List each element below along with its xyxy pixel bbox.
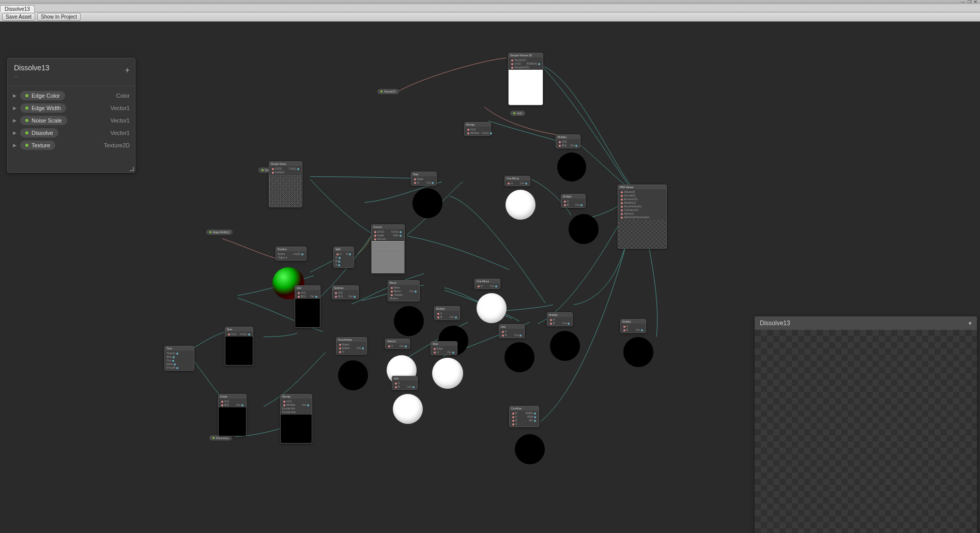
preview-header[interactable]: Dissolve13 ▾ <box>755 316 977 330</box>
preview-viewport[interactable] <box>755 330 977 533</box>
node-preview-sphere <box>557 153 586 181</box>
prop-row-dissolve[interactable]: ▶ Dissolve Vector1 <box>13 127 130 139</box>
node-preview-sphere <box>477 293 507 323</box>
resize-handle-icon[interactable] <box>130 167 134 171</box>
blackboard-properties: ▶ Edge Color Color ▶ Edge Width Vector1 … <box>8 86 135 172</box>
node-step[interactable]: Step Edge InOut <box>411 172 437 186</box>
node-voronoi[interactable]: Voronoi UV(2)Out(1) AngleCells Density <box>371 224 405 274</box>
node-title: Simple Noise <box>269 162 302 166</box>
node-title: Add <box>295 286 320 290</box>
prop-row-edge-width[interactable]: ▶ Edge Width Vector1 <box>13 102 130 114</box>
node-title: Multiply <box>435 307 460 311</box>
node-remap-2[interactable]: Remap In(1) MinMaxOut Double Min Double … <box>280 394 312 444</box>
node-preview <box>225 337 253 365</box>
node-one-minus[interactable]: One Minus InOut <box>504 176 530 186</box>
node-position[interactable]: Position SpaceOut(3) Object ▾ <box>275 247 307 261</box>
preview-title: Dissolve13 <box>760 319 790 327</box>
node-sine[interactable]: Sine In(1)Out(1) <box>225 327 253 366</box>
node-blend[interactable]: Blend Base BlendOut Opacity Mode ▾ <box>388 280 420 301</box>
node-title: Multiply <box>556 135 580 139</box>
prop-type: Color <box>116 93 130 99</box>
chevron-right-icon[interactable]: ▶ <box>13 93 17 98</box>
node-remap[interactable]: Remap In(1) MinMaxOut(1) <box>464 122 491 136</box>
node-multiply-d[interactable]: Multiply A BOut <box>547 312 573 326</box>
node-time[interactable]: Time Time(1) Sine Cos Delta Smooth <box>164 346 194 371</box>
property-chip-remap-input[interactable]: In(1) <box>510 111 525 116</box>
tab-shadergraph[interactable]: Dissolve13 <box>0 5 35 12</box>
prop-name: Noise Scale <box>32 117 62 124</box>
chevron-down-icon[interactable]: ▾ <box>969 320 972 327</box>
blackboard-title: Dissolve13 <box>14 64 129 72</box>
chevron-right-icon[interactable]: ▶ <box>13 130 17 135</box>
chip-label: Texture(T) <box>384 90 396 93</box>
property-chip-edge-width[interactable]: Edge Width(1) <box>206 230 233 235</box>
prop-row-edge-color[interactable]: ▶ Edge Color Color <box>13 89 130 102</box>
prop-row-texture[interactable]: ▶ Texture Texture2D <box>13 139 130 151</box>
node-title: Voronoi <box>372 225 404 229</box>
node-oneminus-2[interactable]: One Minus InOut <box>474 279 500 289</box>
graph-canvas[interactable]: Dissolve13 — + ▶ Edge Color Color ▶ Edge… <box>0 22 980 533</box>
node-multiply-b[interactable]: Multiply A BOut <box>561 194 586 208</box>
node-subtract[interactable]: Subtract A(1) B(1)Out <box>332 285 359 299</box>
prop-pill[interactable]: Edge Width <box>20 103 66 113</box>
show-in-project-button[interactable]: Show In Project <box>37 13 81 21</box>
node-preview-sphere <box>412 188 442 218</box>
node-preview-sphere <box>506 190 535 220</box>
node-title: Step <box>411 172 436 176</box>
prop-pill[interactable]: Edge Color <box>20 91 65 100</box>
editor-tab-strip: Dissolve13 <box>0 4 980 12</box>
prop-name: Edge Width <box>32 105 61 111</box>
node-title: Subtract <box>332 286 358 290</box>
minimize-icon[interactable]: — <box>960 0 966 4</box>
node-sample-texture-2d[interactable]: Sample Texture 2D Texture(T) UV(2)RGBA(4… <box>508 53 543 105</box>
node-title: Smoothstep <box>336 338 366 342</box>
node-preview <box>269 175 302 207</box>
node-preview-sphere <box>394 306 424 336</box>
prop-pill[interactable]: Noise Scale <box>20 116 67 125</box>
chevron-right-icon[interactable]: ▶ <box>13 118 17 123</box>
prop-type: Vector1 <box>111 117 130 124</box>
close-icon[interactable]: ✕ <box>973 0 978 4</box>
node-combine[interactable]: Combine RRGBA GRGB BRG A <box>509 406 539 427</box>
window-controls: — ❐ ✕ <box>960 0 978 4</box>
node-split[interactable]: Split InR G B A <box>333 247 354 268</box>
window-titlebar: — ❐ ✕ <box>0 0 980 4</box>
blackboard-panel[interactable]: Dissolve13 — + ▶ Edge Color Color ▶ Edge… <box>7 58 135 173</box>
restore-icon[interactable]: ❐ <box>967 0 972 4</box>
prop-pill[interactable]: Dissolve <box>20 128 58 138</box>
node-smoothstep[interactable]: Smoothstep Edge1 Edge2Out In <box>336 337 367 355</box>
node-pbr-master[interactable]: PBR Master Albedo(3) Normal(3) Emission(… <box>618 185 667 249</box>
node-preview-sphere <box>550 331 580 361</box>
save-asset-button[interactable]: Save Asset <box>2 13 35 21</box>
node-add[interactable]: Add A(1) B(1)Out <box>295 285 320 328</box>
blackboard-add-button[interactable]: + <box>125 66 130 75</box>
node-preview-sphere <box>623 337 653 367</box>
node-multiply-a[interactable]: Multiply A(4) B(4)Out <box>556 134 580 148</box>
node-add-b[interactable]: Add A BOut <box>499 324 525 338</box>
node-multiply-e[interactable]: Multiply A BOut <box>620 319 646 333</box>
node-title: PBR Master <box>618 185 666 189</box>
chip-label: Dissolve(1) <box>216 436 229 439</box>
node-preview <box>372 241 404 273</box>
property-chip-texture[interactable]: Texture(T) <box>377 89 399 94</box>
node-multiply-c[interactable]: Multiply A BOut <box>434 306 460 320</box>
node-simple-noise[interactable]: Simple Noise UV(2)Out(1) Scale(1) <box>269 161 302 207</box>
node-title: Position <box>276 247 306 251</box>
node-title: Sample Texture 2D <box>509 53 543 57</box>
prop-pill[interactable]: Texture <box>20 141 55 150</box>
chevron-right-icon[interactable]: ▶ <box>13 143 17 148</box>
node-title: One Minus <box>475 279 500 283</box>
node-misc-1[interactable]: Add A BOut <box>392 376 418 390</box>
main-preview-panel[interactable]: Dissolve13 ▾ <box>755 316 977 533</box>
chip-label: Edge Width(1) <box>213 231 229 234</box>
prop-type: Vector1 <box>111 130 130 136</box>
node-preview-sphere <box>569 214 599 244</box>
node-title: Time <box>165 346 194 351</box>
node-divide[interactable]: Divide A(1) B(1)Out <box>218 394 247 436</box>
node-title: Add <box>499 325 524 329</box>
node-title: Multiply <box>621 319 646 324</box>
prop-row-noise-scale[interactable]: ▶ Noise Scale Vector1 <box>13 114 130 127</box>
node-vector1[interactable]: Vector1 XOut <box>385 339 410 349</box>
chevron-right-icon[interactable]: ▶ <box>13 105 17 111</box>
node-step-2[interactable]: Step Edge InOut <box>431 341 457 355</box>
